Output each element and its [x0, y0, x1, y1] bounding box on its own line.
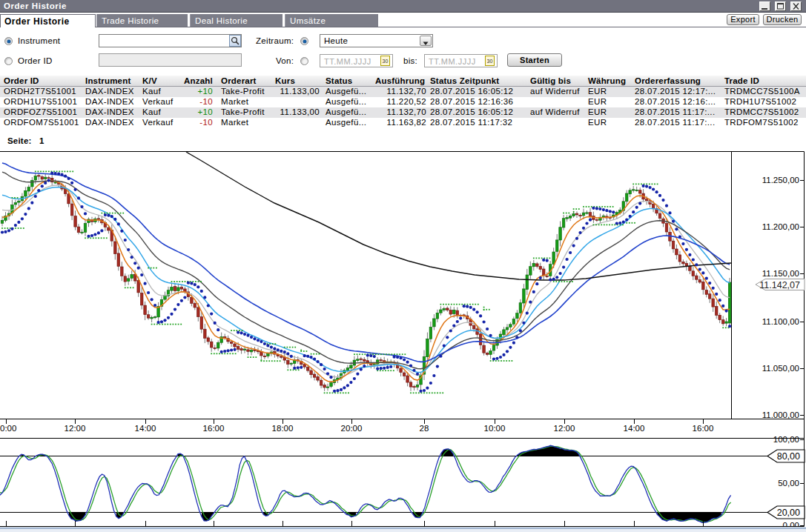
svg-text:100,00: 100,00 [773, 435, 799, 444]
svg-text:28: 28 [420, 424, 429, 433]
svg-text:14:00: 14:00 [624, 424, 645, 433]
svg-text:18:00: 18:00 [272, 424, 294, 433]
svg-text:11.100,00: 11.100,00 [762, 317, 799, 326]
svg-text:10:00: 10:00 [484, 424, 506, 433]
svg-text:16:00: 16:00 [203, 424, 225, 433]
svg-text:20:00: 20:00 [341, 424, 363, 433]
svg-text:16:00: 16:00 [693, 424, 714, 433]
svg-text:11.200,00: 11.200,00 [762, 222, 799, 231]
svg-text:12:00: 12:00 [65, 424, 86, 433]
svg-text:11.250,00: 11.250,00 [762, 176, 799, 184]
svg-text:80,00: 80,00 [777, 451, 800, 462]
svg-text:11.150,00: 11.150,00 [762, 269, 799, 278]
svg-text:12:00: 12:00 [554, 424, 575, 433]
svg-text:20,00: 20,00 [777, 508, 800, 518]
svg-text:11.142,07: 11.142,07 [759, 280, 800, 290]
svg-text:50,00: 50,00 [778, 479, 799, 488]
svg-text:11.050,00: 11.050,00 [762, 364, 799, 373]
svg-text:14:00: 14:00 [135, 424, 156, 433]
svg-text:11.000,00: 11.000,00 [762, 410, 799, 419]
svg-text:0:00: 0:00 [0, 424, 16, 433]
